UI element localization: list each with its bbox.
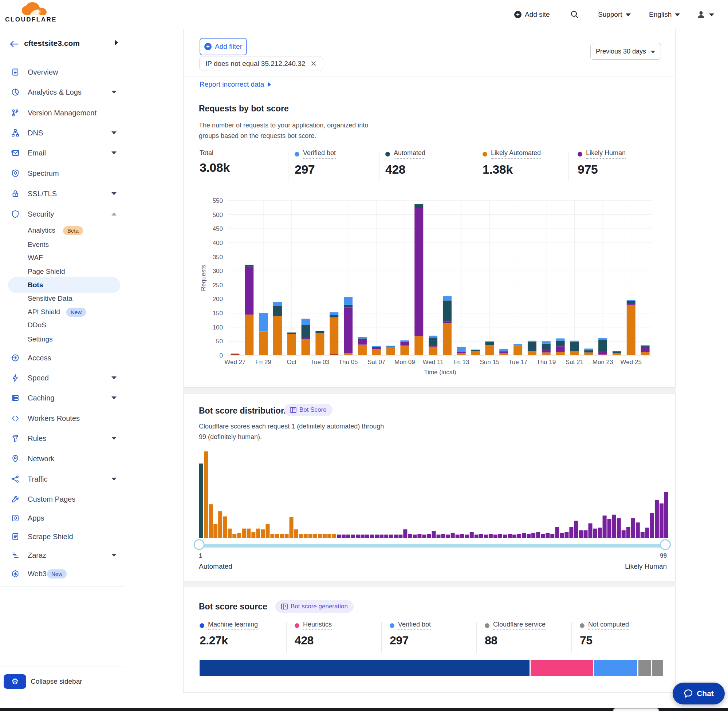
stat-label[interactable]: Likely Automated xyxy=(483,149,541,159)
date-range-dropdown[interactable]: Previous 30 days xyxy=(590,43,661,60)
stat-value: 3.08k xyxy=(199,161,230,175)
site-selector[interactable]: cftestsite3.com xyxy=(0,29,124,59)
chat-button[interactable]: Chat xyxy=(673,683,725,704)
histogram-bar xyxy=(285,534,289,538)
sidebar-item-waf[interactable]: WAF xyxy=(0,251,124,265)
sidebar-item-access[interactable]: Access xyxy=(0,351,124,365)
bot-score-badge[interactable]: Bot Score xyxy=(284,404,332,416)
stat-label[interactable]: Verified bot xyxy=(295,149,336,159)
sidebar-item-ddos[interactable]: DDoS xyxy=(0,318,124,332)
requests-bar-segment xyxy=(358,339,367,340)
histogram-bar xyxy=(550,534,554,538)
source-bar-segment-cloudflare-service xyxy=(638,660,651,676)
support-menu[interactable]: Support xyxy=(598,0,631,29)
sidebar-item-custom-pages[interactable]: Custom Pages xyxy=(0,492,124,506)
language-menu[interactable]: English xyxy=(649,0,680,29)
stat-label[interactable]: Automated xyxy=(385,149,425,159)
add-site-button[interactable]: + Add site xyxy=(514,0,550,29)
histogram-bar xyxy=(451,533,455,538)
filter-chip[interactable]: IP does not equal 35.212.240.32 ✕ xyxy=(199,56,323,71)
histogram-bar xyxy=(384,534,388,538)
settings-gear-button[interactable]: ⚙ xyxy=(4,674,26,689)
sidebar-item-scrape-shield[interactable]: Scrape Shield xyxy=(0,530,124,544)
sidebar-item-label: Overview xyxy=(28,68,58,77)
sidebar-item-overview[interactable]: Overview xyxy=(0,65,124,80)
stat-label[interactable]: Not computed xyxy=(580,621,629,630)
stat-label[interactable]: Heuristics xyxy=(295,621,332,630)
requests-bar-segment xyxy=(287,332,296,334)
requests-bar-segment xyxy=(471,351,480,356)
histogram-bar xyxy=(631,518,635,538)
site-expand-icon[interactable] xyxy=(115,40,118,46)
sidebar-item-security[interactable]: Security xyxy=(0,207,124,221)
histogram-bar xyxy=(569,527,573,538)
requests-bar-segment xyxy=(627,303,635,305)
sidebar-item-spectrum[interactable]: Spectrum xyxy=(0,166,124,181)
sidebar-item-sensitive-data[interactable]: Sensitive Data xyxy=(0,291,124,306)
sidebar-item-rules[interactable]: Rules xyxy=(0,431,124,445)
back-arrow-icon[interactable] xyxy=(9,40,19,49)
sidebar-item-api-shield[interactable]: API ShieldNew xyxy=(0,305,124,319)
sidebar-item-email[interactable]: Email xyxy=(0,146,124,160)
requests-bar-segment xyxy=(329,312,338,315)
sidebar-item-analytics[interactable]: AnalyticsBeta xyxy=(0,223,124,238)
sidebar-item-workers-routes[interactable]: Workers Routes xyxy=(0,411,124,426)
requests-bar-segment xyxy=(429,347,437,356)
docs-book-icon xyxy=(290,407,297,413)
stat-label[interactable]: Verified bot xyxy=(390,621,431,630)
account-menu[interactable] xyxy=(696,0,714,29)
sidebar-item-dns[interactable]: DNS xyxy=(0,125,124,140)
sidebar-item-bots[interactable]: Bots xyxy=(0,278,124,292)
section-description: Cloudflare scores each request 1 (defini… xyxy=(199,421,388,443)
collapse-sidebar-button[interactable]: ⚙ Collapse sidebar xyxy=(0,674,124,696)
histogram-bar xyxy=(527,534,531,538)
histogram-bar xyxy=(498,534,502,538)
sidebar-item-apps[interactable]: Apps xyxy=(0,511,124,525)
badge-beta: Beta xyxy=(63,226,83,235)
histogram-bar xyxy=(622,530,626,538)
sidebar-item-label: Events xyxy=(28,240,49,249)
histogram-bar xyxy=(247,529,251,538)
score-slider-track[interactable] xyxy=(199,544,667,547)
y-tick-label: 300 xyxy=(213,268,223,274)
sidebar-item-speed[interactable]: Speed xyxy=(0,370,124,385)
requests-bar-segment xyxy=(613,353,621,356)
add-filter-button[interactable]: + Add filter xyxy=(199,38,247,55)
sidebar-item-settings[interactable]: Settings xyxy=(0,332,124,347)
sidebar-item-version-management[interactable]: Version Management xyxy=(0,106,124,120)
sidebar-item-web3[interactable]: Web3New xyxy=(0,566,124,581)
sidebar-item-label: Custom Pages xyxy=(28,495,75,503)
stat-value: 297 xyxy=(390,634,431,647)
stat-label[interactable]: Cloudflare service xyxy=(485,621,546,630)
sidebar-item-caching[interactable]: Caching xyxy=(0,391,124,405)
chevron-down-icon xyxy=(111,437,117,440)
legend-dot xyxy=(385,152,390,156)
search-button[interactable] xyxy=(570,0,579,29)
stat-label[interactable]: Likely Human xyxy=(577,149,626,159)
stat-value: 75 xyxy=(580,634,629,647)
sidebar-item-zaraz[interactable]: Zaraz xyxy=(0,548,124,562)
score-slider-handle-max[interactable] xyxy=(660,539,671,550)
score-slider-handle-min[interactable] xyxy=(194,539,205,550)
sidebar-item-traffic[interactable]: Traffic xyxy=(0,472,124,486)
y-tick-label: 200 xyxy=(213,296,223,302)
sidebar-item-events[interactable]: Events xyxy=(0,237,124,252)
stat-label[interactable]: Machine learning xyxy=(199,621,258,630)
x-tick-label: Sun 15 xyxy=(480,358,499,366)
x-tick-label: Sat 07 xyxy=(368,358,385,366)
histogram-bar xyxy=(508,534,512,538)
sidebar-item-page-shield[interactable]: Page Shield xyxy=(0,264,124,279)
requests-bar-segment xyxy=(386,347,395,347)
report-incorrect-data-link[interactable]: Report incorrect data xyxy=(199,80,271,89)
requests-bar-segment xyxy=(415,204,423,208)
sidebar-item-network[interactable]: Network xyxy=(0,451,124,466)
bot-score-generation-badge[interactable]: Bot score generation xyxy=(275,600,354,613)
requests-bar-segment xyxy=(514,346,522,356)
close-icon[interactable]: ✕ xyxy=(310,59,317,68)
histogram-bar xyxy=(403,530,407,538)
requests-bar-segment xyxy=(329,317,338,354)
sidebar-item-analytics-logs[interactable]: Analytics & Logs xyxy=(0,85,124,99)
histogram-bar xyxy=(394,534,398,538)
histogram-bar xyxy=(351,534,355,538)
sidebar-item-ssl-tls[interactable]: SSL/TLS xyxy=(0,186,124,201)
